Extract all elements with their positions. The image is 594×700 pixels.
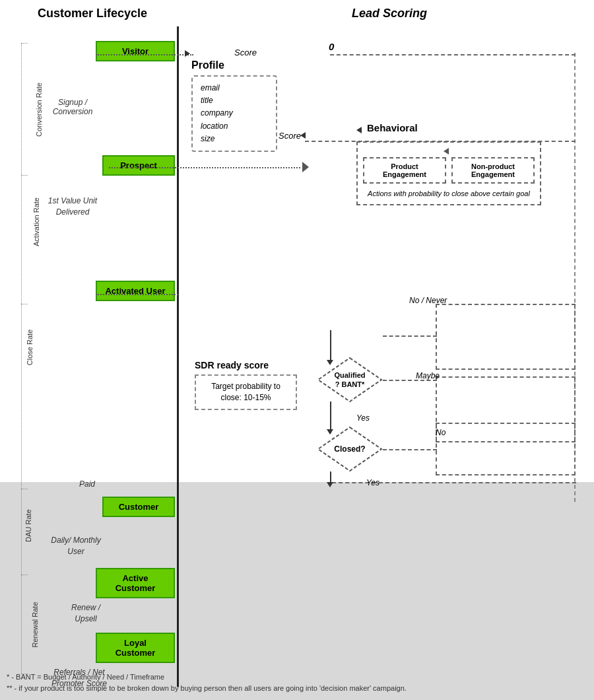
profile-field-location: location xyxy=(201,120,268,133)
yes-closed-label: Yes xyxy=(366,478,380,487)
renewal-bracket xyxy=(21,575,22,674)
profile-field-size: size xyxy=(201,133,268,145)
footnote-simple: ** - if your product is too simple to be… xyxy=(7,683,407,695)
main-vertical-line xyxy=(177,26,179,687)
product-engagement-box: Product Engagement xyxy=(363,157,446,184)
footnote-bant: * - BANT = Budget / Authority / Need / T… xyxy=(7,672,407,683)
activated-line xyxy=(96,294,178,295)
behavioral-sub-row: Product Engagement Non-product Engagemen… xyxy=(363,157,535,184)
sdr-to-qualified-line xyxy=(330,330,331,363)
behavioral-inner-box: Product Engagement Non-product Engagemen… xyxy=(356,141,541,205)
first-value-label: 1st Value Unit Delivered xyxy=(36,195,109,218)
act-bot-h xyxy=(21,304,28,304)
profile-title: Profile xyxy=(191,59,277,71)
profile-section: Profile email title company location siz… xyxy=(191,59,277,152)
no-never-h-line xyxy=(383,335,437,337)
close-bot-h xyxy=(21,489,28,489)
prospect-line xyxy=(109,167,300,168)
visitor-stage: Visitor xyxy=(96,41,175,61)
behavioral-section: Behavioral Product Engagement Non-produc… xyxy=(356,122,541,205)
loyal-customer-stage: Loyal Customer xyxy=(96,633,175,663)
qualified-label: Qualified ? BANT* xyxy=(333,370,366,390)
score-zero: 0 xyxy=(329,41,334,52)
sdr-to-qualified-arrow xyxy=(327,360,333,365)
score-top-dashed-line xyxy=(330,54,576,55)
sdr-target-box: Target probability to close: 10-15% xyxy=(195,374,297,410)
behavioral-arrow-left xyxy=(356,127,362,133)
close-rate-label: Close Rate xyxy=(26,330,34,365)
profile-fields: email title company location size xyxy=(191,75,277,152)
profile-field-company: company xyxy=(201,107,268,120)
customer-stage: Customer xyxy=(102,497,175,517)
conversion-bracket xyxy=(21,43,22,175)
daily-monthly-label: Daily/ Monthly User xyxy=(46,535,106,557)
sdr-label: SDR ready score xyxy=(195,360,297,370)
prospect-stage: Prospect xyxy=(102,155,175,176)
prospect-arrow xyxy=(302,162,309,172)
sdr-section: SDR ready score Target probability to cl… xyxy=(195,360,297,410)
activated-user-stage: Activated User xyxy=(96,281,175,301)
main-container: Customer Lifecycle Lead Scoring Conversi… xyxy=(0,0,594,700)
footnotes-container: * - BANT = Budget / Authority / Need / T… xyxy=(7,672,407,695)
profile-field-email: email xyxy=(201,82,268,94)
renew-upsell-label: Renew / Upsell xyxy=(59,602,112,625)
lead-scoring-title: Lead Scoring xyxy=(323,7,455,20)
qualified-to-closed-line xyxy=(330,402,331,433)
maybe-label: Maybe xyxy=(416,371,440,380)
non-product-engagement-box: Non-product Engagement xyxy=(451,157,535,184)
signup-label: Signup / Conversion xyxy=(40,98,106,116)
visitor-arrow xyxy=(185,50,190,57)
paid-label: Paid xyxy=(79,479,95,489)
behavioral-actions-text: Actions with probability to close above … xyxy=(363,189,535,199)
behavioral-inner-arrow xyxy=(444,148,449,155)
behavioral-title: Behavioral xyxy=(367,122,418,133)
visitor-line xyxy=(96,54,193,55)
no-never-box xyxy=(436,304,576,370)
close-bracket xyxy=(21,304,22,489)
no-never-label: No / Never xyxy=(409,296,447,305)
closed-to-yes-arrow xyxy=(327,482,333,487)
profile-field-title: title xyxy=(201,94,268,107)
active-customer-stage: Active Customer xyxy=(96,568,175,598)
conv-top-h xyxy=(21,43,28,44)
no-closed-label: No xyxy=(436,428,446,437)
no-closed-h-line xyxy=(383,449,437,450)
dau-rate-label: DAU Rate xyxy=(24,509,32,542)
dau-bracket xyxy=(21,489,22,575)
renewal-rate-label: Renewal Rate xyxy=(31,602,39,647)
maybe-h-line xyxy=(383,380,437,381)
activation-bracket xyxy=(21,175,22,304)
no-closed-box xyxy=(436,423,576,475)
profile-score-arrow xyxy=(300,132,306,139)
closed-label: Closed? xyxy=(334,444,365,454)
conv-bot-h xyxy=(21,175,28,176)
yes-bant-label: Yes xyxy=(356,413,370,423)
qualified-to-closed-arrow xyxy=(327,429,333,435)
score-top-label: Score xyxy=(234,48,257,57)
customer-lifecycle-title: Customer Lifecycle xyxy=(20,7,165,20)
score-behavioral-label: Score xyxy=(279,131,301,141)
dau-bot-h xyxy=(21,575,28,575)
